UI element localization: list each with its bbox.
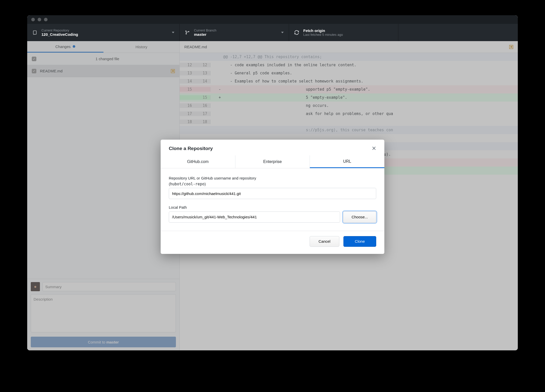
repository-url-input[interactable]: [169, 188, 376, 199]
titlebar: [27, 15, 518, 24]
choose-path-button[interactable]: Choose...: [343, 211, 376, 223]
current-branch-selector[interactable]: Current Branch master: [180, 24, 289, 41]
branch-icon: [185, 30, 190, 35]
repo-label: Current Repository: [41, 28, 78, 32]
chevron-down-icon: [281, 32, 284, 33]
toolbar: Current Repository 120_CreativeCoding Cu…: [27, 24, 518, 41]
fetch-origin-button[interactable]: Fetch origin Last fetched 5 minutes ago: [289, 24, 398, 41]
close-icon[interactable]: ✕: [372, 146, 376, 151]
repo-icon: [32, 30, 37, 35]
fetch-sub: Last fetched 5 minutes ago: [303, 33, 343, 37]
sync-icon: [294, 30, 299, 35]
tab-github-com[interactable]: GitHub.com: [161, 155, 235, 168]
modal-tabs: GitHub.com Enterprise URL: [161, 155, 384, 168]
main-body: Changes History ✓ 1 changed file ✓ READM…: [27, 41, 518, 350]
close-traffic-light[interactable]: [31, 18, 35, 21]
local-path-label: Local Path: [169, 205, 376, 210]
repo-value: 120_CreativeCoding: [41, 32, 78, 37]
branch-label: Current Branch: [194, 28, 216, 32]
app-window: Current Repository 120_CreativeCoding Cu…: [27, 15, 518, 350]
minimize-traffic-light[interactable]: [38, 18, 41, 21]
zoom-traffic-light[interactable]: [44, 18, 48, 21]
modal-title: Clone a Repository: [169, 146, 213, 151]
tab-enterprise[interactable]: Enterprise: [235, 155, 310, 168]
branch-value: master: [194, 32, 216, 37]
toolbar-spacer: [398, 24, 518, 41]
cancel-button[interactable]: Cancel: [310, 236, 339, 247]
tab-url[interactable]: URL: [310, 155, 384, 168]
clone-modal: Clone a Repository ✕ GitHub.com Enterpri…: [161, 140, 384, 254]
local-path-input[interactable]: [169, 211, 340, 223]
current-repository-selector[interactable]: Current Repository 120_CreativeCoding: [27, 24, 180, 41]
url-field-label: Repository URL or GitHub username and re…: [169, 175, 376, 187]
chevron-down-icon: [172, 32, 174, 33]
fetch-action: Fetch origin: [303, 28, 343, 33]
clone-button[interactable]: Clone: [343, 236, 376, 247]
